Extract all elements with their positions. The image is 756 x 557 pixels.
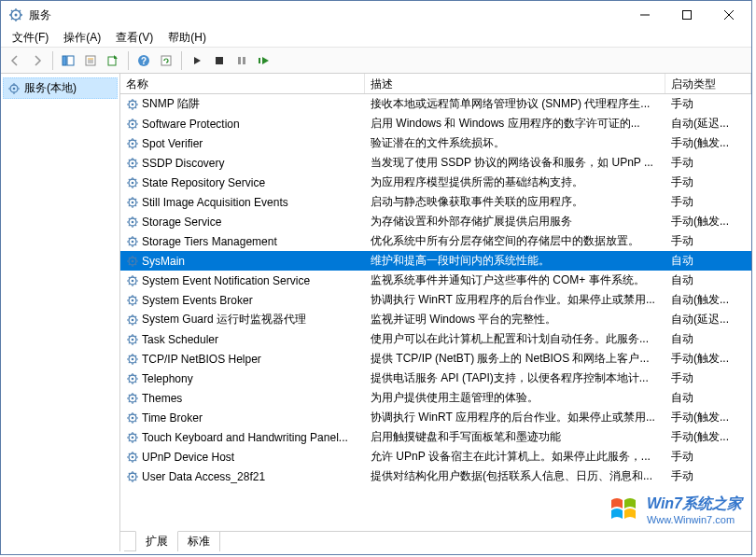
svg-line-220 (129, 453, 130, 453)
svg-line-61 (135, 139, 136, 140)
export-button[interactable] (103, 50, 123, 71)
gear-icon (126, 431, 139, 444)
service-row[interactable]: System Event Notification Service监视系统事件并… (120, 271, 751, 290)
svg-line-231 (135, 472, 136, 473)
svg-rect-25 (238, 57, 241, 64)
restart-service-button[interactable] (254, 50, 274, 71)
service-row[interactable]: SSDP Discovery当发现了使用 SSDP 协议的网络设备和服务，如 U… (120, 153, 751, 173)
svg-point-95 (132, 220, 134, 223)
service-row[interactable]: SNMP 陷阱接收本地或远程简单网络管理协议 (SNMP) 代理程序生...手动 (120, 94, 751, 114)
service-row[interactable]: Task Scheduler使用户可以在此计算机上配置和计划自动任务。此服务..… (120, 329, 751, 349)
svg-line-152 (129, 323, 130, 324)
menu-view[interactable]: 查看(V) (108, 28, 161, 48)
svg-line-41 (135, 100, 136, 101)
service-start-type: 手动(触发... (665, 135, 751, 151)
service-row[interactable]: TCP/IP NetBIOS Helper提供 TCP/IP (NetBT) 服… (120, 349, 751, 369)
svg-line-142 (129, 303, 130, 304)
service-row[interactable]: Storage Tiers Management优化系统中所有分层存储空间的存储… (120, 231, 751, 251)
service-name: State Repository Service (142, 176, 265, 189)
svg-line-122 (129, 264, 130, 265)
help-button[interactable]: ? (133, 50, 154, 71)
svg-line-213 (135, 440, 136, 441)
service-row[interactable]: Still Image Acquisition Events启动与静态映像获取事… (120, 192, 751, 212)
svg-line-7 (20, 10, 21, 12)
forward-button[interactable] (27, 50, 48, 71)
service-name-cell: Touch Keyboard and Handwriting Panel... (120, 431, 365, 444)
service-start-type: 手动(触发... (665, 351, 751, 367)
separator (128, 51, 129, 70)
close-button[interactable] (707, 2, 749, 29)
svg-line-132 (129, 284, 130, 285)
service-desc: 提供 TCP/IP (NetBT) 服务上的 NetBIOS 和网络上客户... (365, 351, 665, 367)
service-name: Time Broker (142, 411, 203, 425)
service-desc: 协调执行 WinRT 应用程序的后台作业。如果停止或禁用... (365, 292, 665, 308)
service-row[interactable]: System Guard 运行时监视器代理监视并证明 Windows 平台的完整… (120, 310, 751, 329)
service-name: TCP/IP NetBIOS Helper (142, 353, 261, 366)
start-service-button[interactable] (187, 50, 207, 71)
svg-line-192 (129, 401, 130, 402)
service-name-cell: Time Broker (120, 411, 365, 425)
svg-line-83 (135, 186, 136, 187)
tree-node-services-local[interactable]: 服务(本地) (3, 77, 118, 99)
maximize-button[interactable] (665, 2, 707, 29)
service-name-cell: System Events Broker (120, 294, 365, 307)
service-name-cell: Storage Tiers Management (120, 235, 365, 248)
service-name-cell: Spot Verifier (120, 137, 365, 150)
service-row[interactable]: State Repository Service为应用程序模型提供所需的基础结构… (120, 173, 751, 192)
svg-line-203 (135, 421, 136, 422)
svg-line-153 (135, 323, 136, 324)
properties-button[interactable] (80, 50, 101, 71)
service-row[interactable]: System Events Broker协调执行 WinRT 应用程序的后台作业… (120, 290, 751, 310)
tab-standard[interactable]: 标准 (177, 532, 220, 551)
column-name[interactable]: 名称 (120, 74, 365, 93)
tab-extended[interactable]: 扩展 (135, 531, 178, 551)
service-desc: 启用触摸键盘和手写面板笔和墨迹功能 (365, 429, 665, 445)
svg-point-35 (132, 103, 134, 105)
service-start-type: 手动(触发... (665, 410, 751, 425)
service-row[interactable]: Software Protection启用 Windows 和 Windows … (120, 114, 751, 133)
service-row[interactable]: Time Broker协调执行 WinRT 应用程序的后台作业。如果停止或禁用.… (120, 408, 751, 427)
titlebar: 服务 (1, 1, 751, 29)
service-start-type: 手动 (665, 194, 751, 210)
service-row[interactable]: SysMain维护和提高一段时间内的系统性能。自动 (120, 251, 751, 271)
service-row[interactable]: Touch Keyboard and Handwriting Panel...启… (120, 427, 751, 447)
service-name-cell: Storage Service (120, 216, 365, 229)
service-row[interactable]: Storage Service为存储设置和外部存储扩展提供启用服务手动(触发..… (120, 212, 751, 231)
svg-line-211 (135, 433, 136, 434)
stop-service-button[interactable] (209, 50, 230, 71)
svg-line-73 (135, 166, 136, 167)
svg-line-190 (129, 394, 130, 395)
service-row[interactable]: Themes为用户提供使用主题管理的体验。自动 (120, 388, 751, 408)
gear-icon (126, 353, 139, 366)
service-start-type: 手动(触发... (665, 429, 751, 445)
refresh-button[interactable] (156, 50, 176, 71)
service-name: Themes (142, 392, 182, 405)
service-row[interactable]: UPnP Device Host允许 UPnP 设备宿主在此计算机上。如果停止此… (120, 447, 751, 466)
service-row[interactable]: Spot Verifier验证潜在的文件系统损坏。手动(触发... (120, 133, 751, 153)
menu-help[interactable]: 帮助(H) (161, 28, 214, 48)
svg-line-193 (135, 401, 136, 402)
service-name-cell: Themes (120, 392, 365, 405)
svg-point-135 (132, 299, 134, 301)
pause-service-button[interactable] (231, 50, 252, 71)
back-button[interactable] (5, 50, 25, 71)
minimize-button[interactable] (623, 2, 665, 29)
gear-icon (7, 82, 21, 95)
menubar: 文件(F) 操作(A) 查看(V) 帮助(H) (1, 29, 751, 48)
gear-icon (126, 235, 139, 248)
menu-file[interactable]: 文件(F) (5, 28, 56, 48)
service-list[interactable]: SNMP 陷阱接收本地或远程简单网络管理协议 (SNMP) 代理程序生...手动… (120, 94, 751, 531)
column-start[interactable]: 启动类型 (665, 74, 751, 93)
service-name: Storage Service (142, 216, 221, 229)
svg-line-102 (129, 225, 130, 226)
service-desc: 为存储设置和外部存储扩展提供启用服务 (365, 214, 665, 230)
service-start-type: 手动 (665, 96, 751, 112)
service-row[interactable]: Telephony提供电话服务 API (TAPI)支持，以便各程序控制本地计.… (120, 369, 751, 388)
service-name-cell: Still Image Acquisition Events (120, 196, 365, 209)
service-row[interactable]: User Data Access_28f21提供对结构化用户数据(包括联系人信息… (120, 466, 751, 486)
column-desc[interactable]: 描述 (365, 74, 665, 93)
svg-line-81 (135, 178, 136, 179)
menu-action[interactable]: 操作(A) (56, 28, 108, 48)
svg-line-130 (129, 276, 130, 277)
show-hide-tree-button[interactable] (58, 50, 78, 71)
